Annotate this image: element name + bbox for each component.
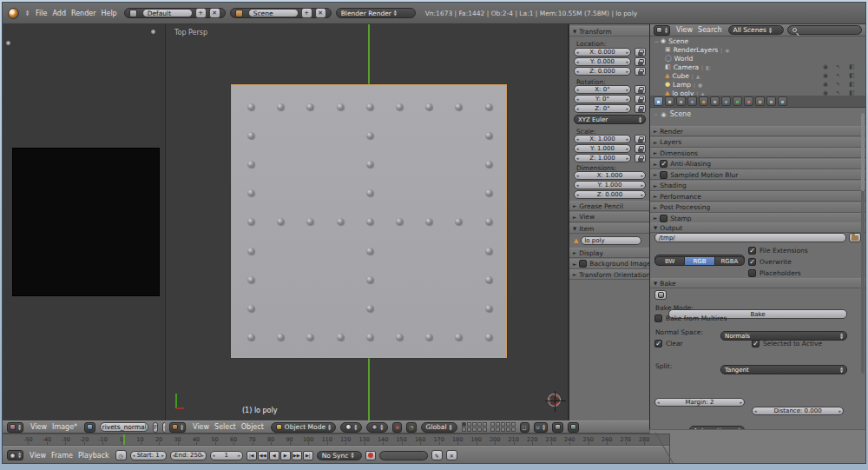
renderability-camera-icon[interactable]: ◧	[849, 89, 855, 96]
menu-add[interactable]: Add	[49, 10, 69, 17]
channel-rgb-button[interactable]: RGB	[685, 256, 714, 266]
properties-scrollbar[interactable]	[861, 113, 865, 374]
placeholders-checkbox[interactable]	[748, 269, 756, 277]
playback-range-clock-icon[interactable]: ◷	[115, 450, 127, 460]
outliner-item-renderlayers[interactable]: ▣RenderLayers|◉	[650, 45, 865, 54]
play-button[interactable]: ▶	[280, 451, 291, 460]
layout-name-field[interactable]: Default	[142, 9, 193, 17]
current-frame-field[interactable]: 1	[210, 451, 243, 460]
visibility-eye-icon[interactable]: ◉	[823, 63, 828, 70]
auto-keyframe-record-button[interactable]	[365, 451, 376, 460]
value-field[interactable]: Z: 0.000	[574, 67, 631, 76]
file-browser-button[interactable]	[849, 233, 861, 242]
display-scope-select[interactable]: All Scenes	[728, 25, 784, 35]
selectability-cursor-icon[interactable]: ↖	[836, 81, 841, 88]
delete-scene-button[interactable]: ✕	[315, 8, 326, 18]
layer-cell[interactable]	[472, 427, 477, 432]
channel-bw-button[interactable]: BW	[654, 256, 685, 266]
value-field[interactable]: X: 0.000	[574, 48, 631, 56]
object-name-field[interactable]: lo poly	[581, 236, 641, 245]
tab-object-data-icon[interactable]: ▪	[733, 96, 742, 106]
lock-to-scene-icon[interactable]: ◻	[520, 422, 529, 433]
menu-help[interactable]: Help	[98, 10, 119, 17]
layer-cell[interactable]	[467, 427, 471, 432]
tab-scene-icon[interactable]: ▪	[665, 96, 674, 106]
expander-icon[interactable]: −	[654, 38, 659, 44]
prev-keyframe-button[interactable]: ◀◀	[258, 451, 268, 460]
margin-slider[interactable]: Margin: 2	[654, 398, 745, 407]
lock-icon[interactable]	[635, 85, 646, 94]
visibility-eye-icon[interactable]: ◉	[823, 72, 828, 79]
tab-object-icon[interactable]: ▪	[699, 96, 708, 106]
view3d-editor-type-icon[interactable]	[169, 422, 186, 433]
renderability-camera-icon[interactable]: ◧	[849, 72, 855, 79]
value-field[interactable]: Y: 1.000	[574, 144, 631, 153]
layer-cell[interactable]	[511, 427, 516, 432]
menu-image[interactable]: Image*	[49, 423, 80, 431]
outliner-search-input[interactable]	[787, 25, 862, 35]
next-keyframe-button[interactable]: ▶▶	[292, 451, 302, 460]
outliner-item-camera[interactable]: ◧Camera|◧◉↖◧	[650, 63, 865, 71]
menu-frame[interactable]: Frame	[49, 452, 76, 460]
tab-world-icon[interactable]: ▪	[687, 96, 697, 106]
lock-icon[interactable]	[635, 95, 646, 103]
panel-header-performance[interactable]: ►Performance	[650, 191, 865, 202]
visibility-eye-icon[interactable]: ◉	[823, 81, 828, 88]
add-layout-button[interactable]: +	[195, 8, 207, 18]
menu-search[interactable]: Search	[695, 26, 724, 34]
timeline-editor-type-icon[interactable]	[7, 450, 23, 460]
manipulator-translate-icon[interactable]: ⊕	[392, 422, 402, 433]
selectability-cursor-icon[interactable]: ↖	[836, 89, 841, 96]
jump-end-button[interactable]: ▶|	[303, 451, 313, 460]
mode-select[interactable]: Object Mode	[271, 422, 336, 433]
pivot-point-select[interactable]	[366, 422, 388, 433]
outliner-item-lamp[interactable]: ●Lamp|●◉↖◧	[650, 80, 865, 89]
menu-file[interactable]: File	[33, 10, 49, 17]
snap-magnet-icon[interactable]: ∪	[534, 422, 548, 433]
lock-icon[interactable]	[635, 104, 646, 113]
menu-select[interactable]: Select	[212, 423, 239, 431]
layer-cell[interactable]	[462, 427, 466, 432]
panel-header-grease-pencil[interactable]: ►Grease Pencil	[569, 201, 649, 211]
screen-layout-selector[interactable]: Default + ✕	[124, 8, 226, 18]
value-field[interactable]: X: 0°	[574, 85, 631, 94]
checkbox[interactable]	[660, 171, 667, 179]
transform-orientation-select[interactable]: Global	[421, 422, 457, 433]
tab-render-icon[interactable]: ▪	[654, 96, 663, 106]
visibility-eye-icon[interactable]: ◉	[823, 89, 828, 96]
selectability-cursor-icon[interactable]: ↖	[836, 63, 841, 70]
frame-end-field[interactable]: End: 250	[170, 451, 207, 460]
panel-header-anti-aliasing[interactable]: ►✓Anti-Aliasing	[650, 159, 865, 169]
panel-header-dimensions[interactable]: ►Dimensions	[650, 148, 865, 158]
menu-render[interactable]: Render	[69, 10, 98, 17]
layer-cell[interactable]	[506, 427, 510, 432]
value-field[interactable]: Z: 1.000	[574, 154, 631, 162]
panel-header-layers[interactable]: ►Layers	[650, 137, 865, 148]
lock-icon[interactable]	[635, 57, 646, 66]
viewport-shading-select[interactable]	[340, 422, 362, 433]
layer-cell[interactable]	[490, 427, 495, 432]
menu-view[interactable]: View	[190, 423, 212, 431]
delete-keyframe-icon[interactable]: ✕	[446, 450, 457, 460]
tab-texture-icon[interactable]: ▪	[755, 96, 765, 106]
menu-view[interactable]: View	[27, 452, 49, 460]
layer-cell[interactable]	[462, 422, 466, 427]
play-reverse-button[interactable]: ◀	[269, 451, 279, 460]
value-field[interactable]: X: 1.000	[574, 171, 646, 180]
tab-render-layers-icon[interactable]: ▪	[676, 96, 686, 106]
panel-header-background-images[interactable]: ►Background Images	[569, 259, 649, 269]
editor-collapse-icon[interactable]	[26, 10, 29, 17]
distance-slider[interactable]: Distance: 0.000	[752, 407, 844, 415]
transform-panel-header[interactable]: ▼Transform	[569, 26, 649, 36]
output-path-field[interactable]: /tmp/	[654, 233, 846, 242]
panel-header-view[interactable]: ►View	[569, 212, 649, 222]
layer-cell[interactable]	[496, 427, 500, 432]
menu-object[interactable]: Object	[239, 423, 266, 431]
timeline-ruler[interactable]: -50-40-30-20-100102030405060708090100110…	[3, 434, 669, 446]
value-field[interactable]: Z: 0°	[574, 104, 631, 113]
region-handle-icon[interactable]	[5, 40, 11, 46]
scene-name-field[interactable]: Scene	[248, 9, 299, 17]
layer-cell[interactable]	[483, 427, 487, 432]
layer-cell[interactable]	[496, 422, 500, 427]
layer-cell[interactable]	[501, 427, 505, 432]
